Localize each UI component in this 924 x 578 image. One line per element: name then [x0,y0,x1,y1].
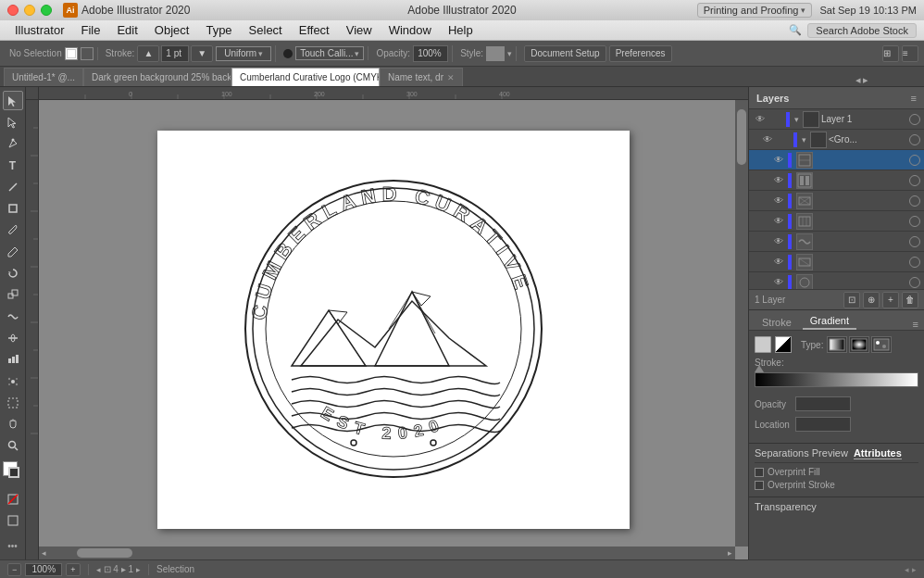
layer-target-g[interactable] [909,134,920,145]
layer-visibility-s2[interactable]: 👁 [771,173,786,188]
h-scroll-thumb[interactable] [77,548,132,558]
expand-arrow-g[interactable]: ▾ [802,135,806,144]
swatch-white[interactable] [755,336,771,353]
layer-target-s1[interactable] [909,155,920,166]
stroke-style-selector[interactable]: Uniform ▾ [216,46,271,61]
fill-swatch[interactable] [65,47,78,60]
type-tool-btn[interactable]: T [3,156,23,175]
layer-row-sub-2[interactable]: 👁 [749,170,924,191]
symbol-btn[interactable] [3,371,23,391]
zoom-in-btn[interactable]: + [66,563,80,576]
layer-target-s2[interactable] [909,175,920,186]
layer-row-sub-3[interactable]: 👁 [749,191,924,211]
menu-illustrator[interactable]: Illustrator [7,21,71,39]
paintbrush-btn[interactable] [3,220,23,240]
opacity-input[interactable] [413,45,448,62]
zoom-out-btn[interactable]: − [7,563,21,576]
gradient-tab[interactable]: Gradient [803,313,856,330]
zoom-btn[interactable] [3,436,23,456]
pen-tool-btn[interactable] [3,134,23,154]
more-tools-btn[interactable]: ••• [3,536,23,556]
layer-target-s7[interactable] [909,277,920,288]
delete-layer-btn[interactable]: 🗑 [902,292,918,308]
overprint-fill-checkbox[interactable] [755,468,764,477]
stroke-swatch-main[interactable] [8,467,19,478]
menu-file[interactable]: File [73,21,107,39]
tab-scroll-left[interactable]: ◂ [855,74,861,86]
layer-visibility-s6[interactable]: 👁 [771,255,786,270]
pencil-btn[interactable] [3,242,23,261]
separations-preview-tab[interactable]: Separations Preview [755,447,848,459]
artboard-btn[interactable] [3,393,23,412]
canvas-nav-right[interactable]: ▸ [912,565,917,574]
menu-help[interactable]: Help [441,21,481,39]
none-swatch-btn[interactable] [3,489,23,509]
search-icon[interactable]: 🔍 [789,24,802,36]
scroll-left-btn[interactable]: ◂ [39,548,49,558]
graph-btn[interactable] [3,350,23,370]
style-swatch[interactable] [486,46,505,61]
document-setup-btn[interactable]: Document Setup [524,45,606,62]
layer-visibility-s7[interactable]: 👁 [771,275,786,290]
linear-gradient-btn[interactable] [827,336,847,353]
layer-target-1[interactable] [909,114,920,125]
layer-visibility-s5[interactable]: 👁 [771,234,786,249]
layer-target-s6[interactable] [909,257,920,268]
stroke-down-btn[interactable]: ▼ [191,45,213,62]
menu-view[interactable]: View [339,21,380,39]
layer-visibility-s3[interactable]: 👁 [771,194,786,208]
width-btn[interactable] [3,328,23,347]
tab-untitled[interactable]: Untitled-1* @... [4,68,83,86]
layer-target-s3[interactable] [909,195,920,207]
layer-target-s5[interactable] [909,236,920,247]
zoom-input[interactable] [25,563,62,576]
rotate-btn[interactable] [3,263,23,283]
tab-scroll-right[interactable]: ▸ [863,74,868,86]
radial-gradient-btn[interactable] [849,336,869,353]
gradient-panel-menu[interactable]: ≡ [913,319,918,330]
gradient-stop-arrow-left[interactable] [755,365,764,372]
canvas-area[interactable]: CUMBERLAND CURATIVE EST 2020 [39,100,748,559]
menu-effect[interactable]: Effect [292,21,337,39]
menu-window[interactable]: Window [381,21,439,39]
more-btn[interactable]: ≡ [902,45,918,62]
menu-edit[interactable]: Edit [109,21,144,39]
layer-lock-g[interactable] [777,132,792,147]
layer-visibility-s1[interactable]: 👁 [771,153,786,168]
layer-row-sub-4[interactable]: 👁 [749,211,924,232]
scale-btn[interactable] [3,285,23,305]
traffic-lights[interactable] [7,5,52,16]
workspace-selector[interactable]: Printing and Proofing ▾ [697,3,813,18]
attributes-tab[interactable]: Attributes [854,447,902,459]
rectangle-tool-btn[interactable] [3,199,23,219]
next-artboard-btn[interactable]: ▸ [136,565,141,574]
close-button[interactable] [7,5,19,16]
opacity-field-g[interactable] [795,396,851,411]
v-scroll-thumb[interactable] [737,109,746,165]
layer-row-sub-5[interactable]: 👁 [749,232,924,252]
prev-artboard-btn[interactable]: ◂ [96,565,101,574]
swatch-gradient-diag[interactable] [775,336,792,353]
minimize-button[interactable] [24,5,35,16]
canvas-nav-left[interactable]: ◂ [905,565,909,574]
maximize-button[interactable] [41,5,52,16]
horizontal-scrollbar[interactable]: ◂ ▸ [39,547,735,559]
scroll-right-btn[interactable]: ▸ [725,548,735,558]
layer-visibility-g[interactable]: 👁 [760,132,775,147]
tab-name-text[interactable]: Name text, dr ✕ [380,68,463,86]
layer-row-1[interactable]: 👁 ▾ Layer 1 [749,109,924,130]
layer-row-sub-6[interactable]: 👁 [749,252,924,272]
menu-type[interactable]: Type [198,21,239,39]
layers-menu-btn[interactable]: ≡ [911,93,917,104]
direct-selection-btn[interactable] [3,112,23,132]
arrange-btn[interactable]: ⊞ [882,45,899,62]
create-sublayer-btn[interactable]: ⊕ [863,292,880,308]
tab-dark-green[interactable]: Dark green background 25% background.ai … [83,68,231,86]
line-tool-btn[interactable] [3,177,23,196]
touch-selector[interactable]: Touch Calli... ▾ [295,46,364,60]
draw-mode-btn[interactable] [3,510,23,530]
menu-object[interactable]: Object [147,21,197,39]
layer-row-sub-1[interactable]: 👁 [749,150,924,170]
warp-btn[interactable] [3,307,23,326]
layer-target-s4[interactable] [909,216,920,227]
